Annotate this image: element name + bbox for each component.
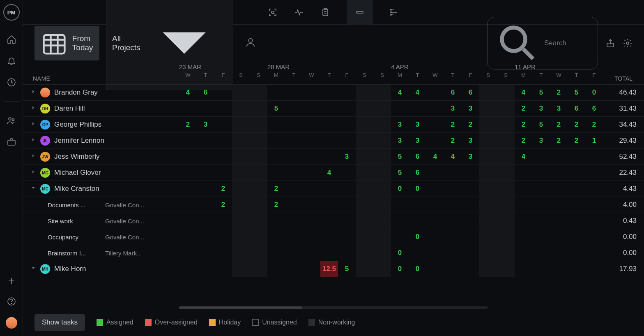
cell[interactable] bbox=[214, 149, 232, 165]
cell[interactable]: 2 bbox=[515, 133, 532, 148]
cell[interactable] bbox=[303, 85, 320, 100]
add-icon[interactable] bbox=[7, 276, 16, 286]
cell[interactable]: 3 bbox=[550, 101, 568, 116]
chevron-right-icon[interactable] bbox=[30, 153, 36, 161]
cell[interactable] bbox=[497, 85, 515, 100]
cell[interactable] bbox=[585, 213, 603, 229]
cell[interactable]: 2 bbox=[179, 117, 197, 132]
cell[interactable] bbox=[179, 149, 197, 165]
cell[interactable] bbox=[250, 229, 267, 245]
briefcase-icon[interactable] bbox=[7, 137, 16, 147]
row-name[interactable]: GPGeorge Phillips bbox=[23, 120, 179, 130]
cell[interactable] bbox=[303, 117, 320, 132]
cell[interactable]: 4 bbox=[391, 85, 409, 100]
cell[interactable]: 5 bbox=[267, 101, 285, 116]
cell[interactable] bbox=[444, 181, 462, 197]
cell[interactable] bbox=[250, 165, 267, 181]
cell[interactable] bbox=[479, 117, 497, 132]
cell[interactable] bbox=[267, 149, 285, 165]
cell[interactable] bbox=[515, 213, 532, 229]
bell-icon[interactable] bbox=[7, 56, 16, 66]
cell[interactable] bbox=[285, 197, 303, 213]
cell[interactable]: 2 bbox=[568, 117, 585, 132]
cell[interactable]: 6 bbox=[197, 85, 214, 100]
cell[interactable] bbox=[232, 213, 250, 229]
cell[interactable] bbox=[426, 101, 444, 116]
row-name[interactable]: DHDaren Hill bbox=[23, 104, 179, 114]
cell[interactable] bbox=[462, 245, 479, 261]
cell[interactable] bbox=[373, 165, 391, 181]
cell[interactable] bbox=[373, 213, 391, 229]
cell[interactable] bbox=[285, 165, 303, 181]
cell[interactable] bbox=[373, 261, 391, 277]
cell[interactable] bbox=[179, 181, 197, 197]
cell[interactable] bbox=[585, 245, 603, 261]
cell[interactable] bbox=[391, 101, 409, 116]
cell[interactable] bbox=[179, 261, 197, 277]
cell[interactable] bbox=[585, 149, 603, 165]
cell[interactable] bbox=[497, 165, 515, 181]
cell[interactable] bbox=[373, 85, 391, 100]
clipboard-icon[interactable] bbox=[320, 7, 330, 17]
cell[interactable] bbox=[497, 133, 515, 148]
cell[interactable] bbox=[232, 181, 250, 197]
cell[interactable] bbox=[303, 133, 320, 148]
cell[interactable]: 3 bbox=[532, 133, 550, 148]
cell[interactable] bbox=[285, 181, 303, 197]
cell[interactable]: 5 bbox=[532, 117, 550, 132]
cell[interactable] bbox=[532, 165, 550, 181]
cell[interactable] bbox=[338, 101, 356, 116]
cell[interactable]: 5 bbox=[338, 261, 356, 277]
home-icon[interactable] bbox=[7, 35, 16, 44]
cell[interactable] bbox=[250, 213, 267, 229]
cell[interactable] bbox=[338, 85, 356, 100]
cell[interactable]: 6 bbox=[568, 101, 585, 116]
cell[interactable] bbox=[532, 181, 550, 197]
help-icon[interactable] bbox=[7, 297, 16, 306]
cell[interactable] bbox=[338, 245, 356, 261]
cell[interactable] bbox=[214, 117, 232, 132]
cell[interactable] bbox=[320, 133, 338, 148]
cell[interactable] bbox=[409, 197, 426, 213]
cell[interactable] bbox=[285, 149, 303, 165]
cell[interactable] bbox=[479, 165, 497, 181]
cell[interactable] bbox=[285, 229, 303, 245]
cell[interactable]: 4 bbox=[515, 149, 532, 165]
cell[interactable] bbox=[320, 229, 338, 245]
cell[interactable] bbox=[214, 101, 232, 116]
cell[interactable] bbox=[338, 133, 356, 148]
task-row-name[interactable]: Documents ...Govalle Con... bbox=[23, 202, 179, 209]
cell[interactable]: 1 bbox=[585, 133, 603, 148]
gear-icon[interactable] bbox=[623, 38, 632, 48]
cell[interactable] bbox=[197, 197, 214, 213]
cell[interactable] bbox=[320, 85, 338, 100]
cell[interactable]: 3 bbox=[462, 149, 479, 165]
task-row-name[interactable]: Site workGovalle Con... bbox=[23, 218, 179, 225]
cell[interactable] bbox=[515, 197, 532, 213]
cell[interactable] bbox=[444, 245, 462, 261]
cell[interactable] bbox=[250, 149, 267, 165]
cell[interactable] bbox=[568, 213, 585, 229]
cell[interactable] bbox=[303, 101, 320, 116]
cell[interactable] bbox=[267, 213, 285, 229]
cell[interactable] bbox=[356, 85, 373, 100]
cell[interactable] bbox=[356, 213, 373, 229]
cell[interactable] bbox=[568, 229, 585, 245]
cell[interactable] bbox=[373, 117, 391, 132]
cell[interactable]: 2 bbox=[267, 181, 285, 197]
cell[interactable]: 12.5 bbox=[320, 261, 338, 277]
cell[interactable] bbox=[179, 101, 197, 116]
cell[interactable]: 0 bbox=[409, 261, 426, 277]
activity-icon[interactable] bbox=[294, 7, 304, 17]
cell[interactable]: 4 bbox=[444, 149, 462, 165]
cell[interactable] bbox=[356, 149, 373, 165]
cell[interactable] bbox=[214, 133, 232, 148]
cell[interactable] bbox=[532, 261, 550, 277]
cell[interactable] bbox=[568, 149, 585, 165]
cell[interactable] bbox=[497, 213, 515, 229]
cell[interactable]: 2 bbox=[444, 133, 462, 148]
cell[interactable]: 6 bbox=[409, 149, 426, 165]
cell[interactable] bbox=[179, 229, 197, 245]
user-avatar[interactable] bbox=[6, 317, 17, 329]
cell[interactable] bbox=[356, 165, 373, 181]
